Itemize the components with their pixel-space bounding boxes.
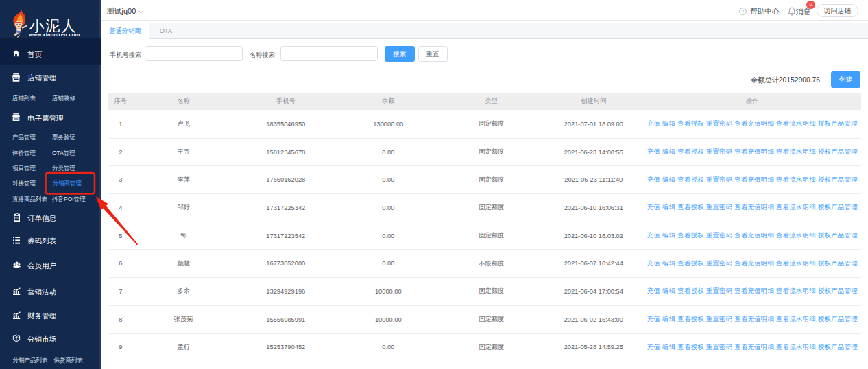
svg-text:?: ? xyxy=(742,8,745,13)
